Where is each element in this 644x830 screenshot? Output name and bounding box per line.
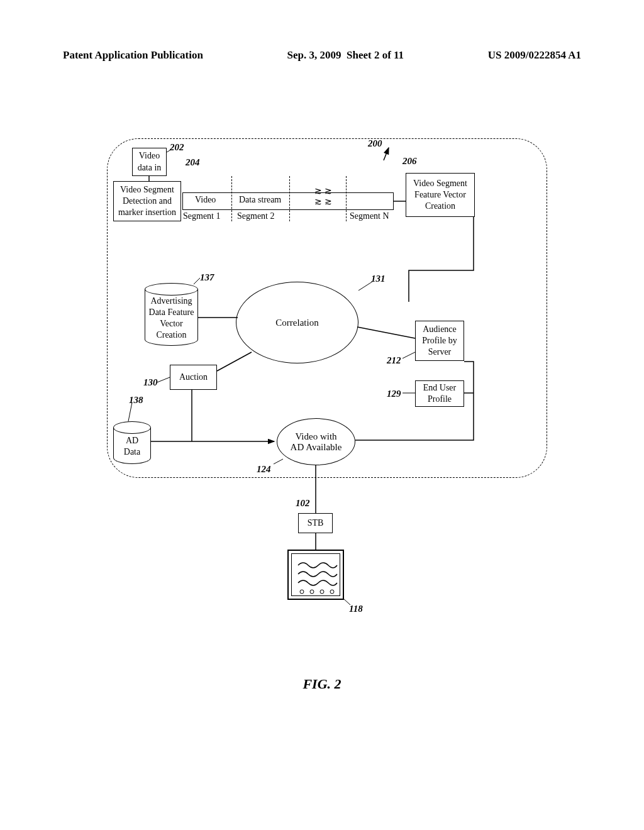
- video-ad-circle: Video with AD Available: [277, 418, 355, 465]
- refnum-129: 129: [387, 389, 401, 399]
- segment-1-label: Segment 1: [183, 211, 221, 221]
- refnum-204: 204: [186, 157, 200, 168]
- svg-point-0: [300, 590, 304, 594]
- ad-data-cylinder: AD Data: [113, 421, 151, 464]
- refnum-130: 130: [143, 377, 158, 388]
- segment-detection-block: Video Segment Detection and marker inser…: [113, 181, 181, 221]
- refnum-124: 124: [257, 464, 271, 475]
- svg-point-3: [330, 590, 334, 594]
- segment-divider-2: [289, 176, 290, 221]
- figure-caption: FIG. 2: [0, 676, 644, 692]
- segment-divider-1: [231, 176, 232, 221]
- header-sheet: Sheet 2 of 11: [347, 49, 404, 61]
- feature-vector-block: Video Segment Feature Vector Creation: [406, 173, 475, 217]
- stb-block: STB: [298, 513, 333, 533]
- page-header: Patent Application Publication Sep. 3, 2…: [0, 0, 644, 62]
- refnum-102: 102: [296, 498, 310, 509]
- header-left: Patent Application Publication: [63, 49, 203, 62]
- header-center: Sep. 3, 2009 Sheet 2 of 11: [287, 49, 404, 62]
- audience-profile-block: Audience Profile by Server: [415, 321, 464, 361]
- refnum-206: 206: [402, 156, 417, 167]
- refnum-131: 131: [371, 274, 386, 284]
- segment-2-label: Segment 2: [237, 211, 275, 221]
- refnum-202: 202: [170, 142, 184, 153]
- refnum-212: 212: [387, 355, 401, 366]
- refnum-118: 118: [349, 604, 363, 614]
- segment-n-label: Segment N: [350, 211, 389, 221]
- segment-divider-3: [346, 176, 347, 221]
- wave-icon: ≳ ≳≳ ≳: [314, 185, 332, 207]
- svg-point-1: [310, 590, 314, 594]
- auction-block: Auction: [170, 365, 217, 390]
- stream-video-label: Video: [195, 195, 216, 205]
- tv-waves-icon: [292, 554, 342, 598]
- refnum-137: 137: [200, 272, 214, 283]
- end-user-profile-block: End User Profile: [415, 380, 464, 407]
- refnum-200: 200: [368, 138, 382, 149]
- tv-block: [287, 550, 344, 600]
- refnum-138: 138: [129, 395, 143, 406]
- video-data-in-block: Video data in: [132, 148, 167, 176]
- stream-data-label: Data stream: [239, 195, 281, 205]
- correlation-circle: Correlation: [236, 282, 358, 363]
- header-right: US 2009/0222854 A1: [488, 49, 581, 62]
- ad-feature-cylinder: Advertising Data Feature Vector Creation: [145, 283, 198, 346]
- svg-point-2: [320, 590, 324, 594]
- header-date: Sep. 3, 2009: [287, 49, 341, 61]
- figure-2-diagram: Video data in Video Segment Detection an…: [94, 138, 547, 635]
